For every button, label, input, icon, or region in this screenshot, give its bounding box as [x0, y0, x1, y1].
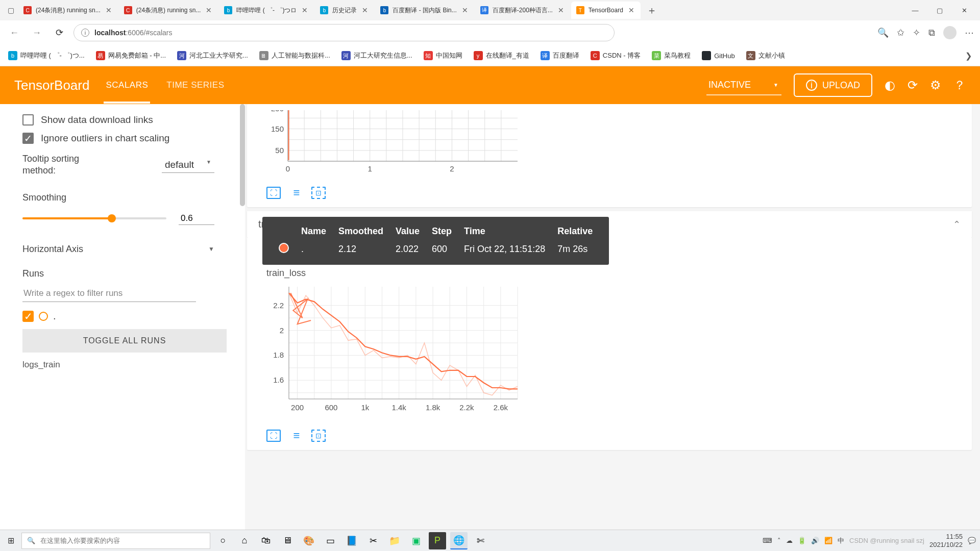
tab-time-series[interactable]: TIME SERIES	[164, 67, 226, 104]
notifications-icon[interactable]: 💬	[968, 537, 976, 544]
bookmark-item[interactable]: 河河工大研究生信息...	[341, 51, 412, 60]
pycharm-icon[interactable]: P	[429, 532, 446, 549]
runs-filter-input[interactable]	[22, 285, 196, 302]
fit-domain-button[interactable]: ⊡	[311, 187, 326, 199]
run-name: .	[53, 310, 56, 322]
toggle-all-runs-button[interactable]: TOGGLE ALL RUNS	[22, 329, 227, 353]
browser-tab[interactable]: b哔哩哔哩 ( ゜- ゜)つロ✕	[219, 2, 314, 19]
browser-tab[interactable]: C(24条消息) running sn...✕	[18, 2, 118, 19]
tooltip-smoothed: 2.12	[332, 241, 389, 258]
start-button[interactable]: ⊞	[4, 534, 17, 547]
bookmark-item[interactable]: 河河北工业大学研究...	[177, 51, 248, 60]
extensions-icon[interactable]: ⧉	[928, 28, 935, 38]
run-color-icon	[39, 312, 48, 321]
close-tab-icon[interactable]: ✕	[627, 6, 635, 14]
bookmark-item[interactable]: CCSDN - 博客	[591, 51, 641, 60]
battery-icon[interactable]: 🔋	[798, 537, 806, 544]
reload-button[interactable]: ⟳	[51, 24, 67, 41]
upload-button[interactable]: i UPLOAD	[794, 73, 872, 97]
close-tab-icon[interactable]: ✕	[557, 6, 565, 14]
folder-icon[interactable]: 📁	[386, 532, 403, 549]
expand-chart-button[interactable]: ⛶	[266, 187, 281, 199]
browser-tab[interactable]: b百度翻译 - 国内版 Bin...✕	[375, 2, 474, 19]
close-tab-icon[interactable]: ✕	[105, 6, 113, 14]
store-icon[interactable]: 🛍	[257, 532, 275, 549]
lang-icon[interactable]: 中	[838, 536, 844, 545]
cortana-icon[interactable]: ⌂	[236, 532, 253, 549]
bookmark-item[interactable]: 🗎人工智能与数据科...	[259, 51, 330, 60]
taskbar-clock[interactable]: 11:55 2021/10/22	[929, 533, 963, 548]
bookmark-item[interactable]: 菜菜鸟教程	[652, 51, 691, 60]
tray-chevron-icon[interactable]: ˄	[777, 537, 781, 544]
browser-tab[interactable]: TTensorBoard✕	[571, 2, 641, 19]
bookmark-item[interactable]: 译百度翻译	[541, 51, 579, 60]
tooltip-sorting-select[interactable]: default	[162, 157, 214, 173]
bookmark-item[interactable]: y在线翻译_有道	[474, 51, 529, 60]
close-tab-icon[interactable]: ✕	[205, 6, 213, 14]
expand-chart-button[interactable]: ⛶	[266, 430, 281, 442]
zoom-icon[interactable]: 🔍	[877, 27, 889, 38]
back-button[interactable]: ←	[6, 24, 22, 41]
theme-icon[interactable]: ◐	[885, 78, 895, 92]
favorite-icon[interactable]: ✩	[897, 27, 904, 38]
smoothing-label: Smoothing	[22, 192, 245, 203]
forward-button[interactable]: →	[29, 24, 45, 41]
volume-icon[interactable]: 🔊	[811, 537, 819, 544]
tab-scalars[interactable]: SCALARS	[104, 67, 150, 104]
run-row[interactable]: ✓ .	[22, 310, 245, 322]
browser-tab[interactable]: b历史记录✕	[315, 2, 374, 19]
horizontal-axis-section[interactable]: Horizontal Axis ▼	[22, 243, 245, 255]
snip-icon[interactable]: ✂	[364, 532, 382, 549]
smoothing-input[interactable]: 0.6	[179, 212, 214, 225]
onedrive-icon[interactable]: ☁	[786, 537, 793, 544]
new-tab-button[interactable]: ＋	[642, 4, 662, 17]
sidebar-scrollbar[interactable]	[240, 104, 245, 206]
url-field[interactable]: i localhost:6006/#scalars	[74, 24, 615, 41]
url-path: :6006/#scalars	[126, 29, 172, 37]
fit-domain-button[interactable]: ⊡	[311, 430, 326, 442]
toggle-lines-button[interactable]: ≡	[289, 187, 303, 199]
runs-label: Runs	[22, 268, 245, 279]
bookmark-item[interactable]: b哔哩哔哩 ( ゜- ゜)つ...	[8, 51, 85, 60]
task-view-icon[interactable]: ○	[214, 532, 232, 549]
show-download-links-checkbox[interactable]: Show data download links	[22, 114, 245, 126]
bookmark-item[interactable]: 易网易免费邮箱 - 中...	[96, 51, 166, 60]
profile-icon[interactable]	[943, 26, 957, 39]
site-info-icon[interactable]: i	[81, 29, 89, 37]
settings-icon[interactable]: ⚙	[930, 78, 941, 92]
wechat-icon[interactable]: ▣	[407, 532, 425, 549]
run-checkbox-icon[interactable]: ✓	[22, 311, 34, 322]
refresh-icon[interactable]: ⟳	[908, 78, 918, 92]
help-icon[interactable]: ？	[953, 77, 966, 93]
minimize-button[interactable]: —	[903, 2, 927, 19]
taskbar-search[interactable]: 🔍 在这里输入你要搜索的内容	[21, 533, 210, 549]
wifi-icon[interactable]: 📶	[824, 537, 832, 544]
maximize-button[interactable]: ▢	[928, 2, 951, 19]
browser-tab[interactable]: 译百度翻译-200种语言...✕	[475, 2, 570, 19]
sidebar-toggle-icon[interactable]: ▢	[4, 4, 17, 17]
close-tab-icon[interactable]: ✕	[461, 6, 469, 14]
bookmark-label: 在线翻译_有道	[486, 51, 529, 60]
paint-icon[interactable]: 🎨	[300, 532, 317, 549]
app-icon-1[interactable]: ▭	[322, 532, 339, 549]
close-tab-icon[interactable]: ✕	[301, 6, 309, 14]
svg-text:1.4k: 1.4k	[392, 403, 407, 412]
edge-icon[interactable]: 🌐	[450, 532, 468, 549]
collections-icon[interactable]: ✧	[913, 27, 920, 38]
explorer-icon[interactable]: 🖥	[279, 532, 296, 549]
close-tab-icon[interactable]: ✕	[361, 6, 369, 14]
smoothing-slider[interactable]	[22, 217, 166, 219]
bookmark-item[interactable]: 知中国知网	[424, 51, 462, 60]
snipaste-icon[interactable]: ✄	[472, 532, 489, 549]
close-window-button[interactable]: ✕	[952, 2, 976, 19]
notepad-icon[interactable]: 📘	[343, 532, 360, 549]
toggle-lines-button[interactable]: ≡	[289, 430, 303, 442]
bookmarks-overflow-icon[interactable]: ❯	[965, 51, 972, 61]
inactive-select[interactable]: INACTIVE	[706, 76, 781, 95]
bookmark-item[interactable]: 文文献小镇	[746, 51, 785, 60]
menu-icon[interactable]: ⋯	[965, 27, 974, 38]
ignore-outliers-checkbox[interactable]: ✓ Ignore outliers in chart scaling	[22, 133, 245, 144]
bookmark-item[interactable]: GitHub	[702, 51, 734, 60]
browser-tab[interactable]: C(24条消息) running sn...✕	[119, 2, 218, 19]
ime-icon[interactable]: ⌨	[763, 537, 772, 544]
